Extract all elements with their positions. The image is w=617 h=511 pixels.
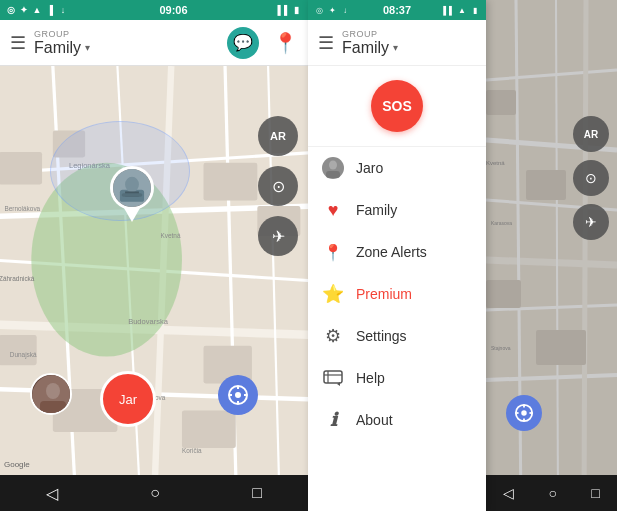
menu-item-settings[interactable]: ⚙ Settings [308,315,486,357]
svg-rect-32 [122,193,143,196]
group-label: GROUP [34,29,219,39]
jar-avatar[interactable]: Jar [100,371,156,427]
recent-button-left[interactable]: □ [240,480,274,506]
location-icon: ◎ [6,5,16,15]
recent-button-right[interactable]: □ [583,481,607,505]
left-status-bar: ◎ ✦ ▲ ▐ ↓ 09:06 ▌▌ ▮ [0,0,308,20]
svg-text:Záhradnická: Záhradnická [0,275,35,282]
svg-text:Budovarska: Budovarska [128,317,169,326]
gps-button-right[interactable] [506,395,542,431]
right-dropdown-arrow-icon[interactable]: ▾ [393,42,398,53]
gps-button[interactable] [218,375,258,415]
menu-item-premium[interactable]: ⭐ Premium [308,273,486,315]
svg-rect-12 [0,152,42,184]
svg-rect-14 [204,163,258,201]
location-button[interactable]: 📍 [273,31,298,55]
menu-item-help[interactable]: Help [308,357,486,399]
network-icon: ▌▌ [279,5,289,15]
group-info: GROUP Family ▾ [34,29,219,57]
right-time: 08:37 [383,4,411,16]
navigation-drawer: ◎ ✦ ↓ 08:37 ▌▌ ▲ ▮ ☰ GROUP Family ▾ [308,0,486,511]
small-avatar[interactable] [30,373,72,415]
menu-item-jaro[interactable]: Jaro [308,147,486,189]
right-status-bar: ◎ ✦ ↓ 08:37 ▌▌ ▲ ▮ [308,0,486,20]
map-bg-overlay [486,0,617,511]
right-location-icon: ◎ [314,5,324,15]
pin-tail [124,208,140,222]
menu-label-help: Help [356,370,385,386]
family-heart-icon: ♥ [322,199,344,221]
jaro-avatar-icon [322,157,344,179]
sos-button[interactable]: SOS [371,80,423,132]
svg-point-67 [521,410,526,415]
right-nav-bar: ◁ ○ □ [486,475,617,511]
settings-gear-icon: ⚙ [322,325,344,347]
menu-label-jaro: Jaro [356,160,383,176]
zone-alerts-icon: 📍 [322,241,344,263]
compass-button[interactable]: ⊙ [258,166,298,206]
menu-item-family[interactable]: ♥ Family [308,189,486,231]
menu-label-premium: Premium [356,286,412,302]
svg-text:Kvetná: Kvetná [160,232,180,239]
group-name-left: Family ▾ [34,39,219,57]
home-button-right[interactable]: ○ [541,481,565,505]
right-bluetooth-icon: ✦ [327,5,337,15]
battery-icon: ▮ [292,5,302,15]
right-signal-icon: ▌▌ [444,5,454,15]
chat-button[interactable]: 💬 [227,27,259,59]
right-app-bar: ☰ GROUP Family ▾ [308,20,486,66]
flight-mode-button[interactable]: ✈ [258,216,298,256]
menu-label-about: About [356,412,393,428]
left-app-bar: ☰ GROUP Family ▾ 💬 📍 [0,20,308,66]
location-pin[interactable] [110,166,154,222]
svg-text:Dunajská: Dunajská [10,351,37,359]
bluetooth-icon: ✦ [19,5,29,15]
flight-icon: ✈ [272,227,285,246]
hamburger-icon[interactable]: ☰ [10,32,26,54]
svg-point-43 [329,161,337,170]
left-nav-bar: ◁ ○ □ [0,475,308,511]
svg-rect-45 [324,371,342,383]
menu-item-about[interactable]: ℹ About [308,399,486,441]
flight-button-right[interactable]: ✈ [573,204,609,240]
right-download-icon: ↓ [340,5,350,15]
google-watermark: Google [4,460,30,469]
premium-star-icon: ⭐ [322,283,344,305]
pin-avatar [110,166,154,210]
right-panel: ◎ ✦ ↓ 08:37 ▌▌ ▲ ▮ ☰ GROUP Family ▾ [308,0,617,511]
menu-label-family: Family [356,202,397,218]
drawer-menu: Jaro ♥ Family 📍 Zone Alerts ⭐ Premium ⚙ … [308,147,486,511]
signal-bars-icon: ▐ [45,5,55,15]
compass-button-right[interactable]: ⊙ [573,160,609,196]
svg-text:Koričia: Koričia [182,447,202,454]
back-button-right[interactable]: ◁ [495,481,522,505]
drawer-hamburger-icon[interactable]: ☰ [318,32,334,54]
right-group-info: GROUP Family ▾ [342,29,476,57]
help-icon [322,367,344,389]
menu-label-zone-alerts: Zone Alerts [356,244,427,260]
wifi-icon: ▲ [32,5,42,15]
right-map-background: Kvetná Karasova Stajnova AR ⊙ ✈ ◁ ○ □ [486,0,617,511]
app-bar-icons: 💬 📍 [227,27,298,59]
left-panel: ◎ ✦ ▲ ▐ ↓ 09:06 ▌▌ ▮ ☰ GROUP Family ▾ 💬 … [0,0,308,511]
svg-point-30 [125,177,139,193]
svg-rect-19 [182,410,236,448]
about-info-icon: ℹ [322,409,344,431]
sos-section: SOS [308,66,486,147]
right-battery-icon: ▮ [470,5,480,15]
right-wifi-icon: ▲ [457,5,467,15]
menu-item-zone-alerts[interactable]: 📍 Zone Alerts [308,231,486,273]
back-button-left[interactable]: ◁ [34,480,70,507]
home-button-left[interactable]: ○ [138,480,172,506]
menu-label-settings: Settings [356,328,407,344]
right-group-label: GROUP [342,29,476,39]
ar-button-right[interactable]: AR [573,116,609,152]
compass-icon: ⊙ [272,177,285,196]
left-time: 09:06 [159,4,187,16]
ar-button[interactable]: AR [258,116,298,156]
right-group-name: Family ▾ [342,39,476,57]
download-icon: ↓ [58,5,68,15]
map-left[interactable]: Legionárska Bernolákova Budovarska Záhra… [0,66,308,475]
svg-text:Bernolákova: Bernolákova [4,205,40,212]
dropdown-arrow-icon[interactable]: ▾ [85,42,90,53]
